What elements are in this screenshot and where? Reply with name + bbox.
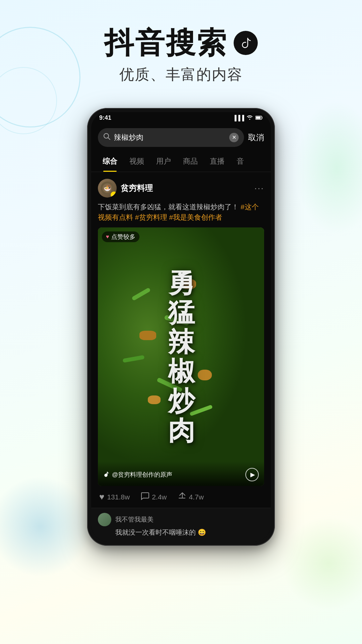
comment-user-row: 我不管我最美 — [98, 513, 264, 526]
food-image: 勇猛辣椒炒肉 — [98, 227, 264, 486]
post-text: 下饭菜到底有多凶猛，就看这道辣椒炒肉了！ #这个视频有点料 #贫穷料理 #我是美… — [98, 202, 264, 223]
like-count: 131.8w — [107, 493, 130, 501]
tab-comprehensive[interactable]: 综合 — [97, 151, 123, 172]
food-background: 勇猛辣椒炒肉 — [98, 227, 264, 486]
user-avatar: 🍜 — [98, 179, 117, 198]
header-section: 抖音搜索 优质、丰富的内容 — [0, 0, 362, 101]
svg-point-6 — [112, 193, 116, 197]
search-cancel-button[interactable]: 取消 — [248, 132, 264, 143]
signal-icon: ▐▐▐ — [233, 115, 244, 121]
status-bar: 9:41 ▐▐▐ — [91, 112, 271, 124]
comment-icon — [140, 491, 149, 502]
video-badge: ♥ 点赞较多 — [102, 231, 139, 242]
content-area: 🍜 贫穷料理 ··· — [91, 172, 271, 508]
svg-rect-1 — [256, 116, 261, 119]
tab-product[interactable]: 商品 — [177, 151, 204, 172]
comment-avatar — [98, 513, 111, 526]
calligraphy-text: 勇猛辣椒炒肉 — [168, 268, 194, 445]
post-header: 🍜 贫穷料理 ··· — [98, 179, 264, 198]
search-icon — [103, 133, 111, 142]
like-button[interactable]: ♥ 131.8w — [99, 492, 130, 502]
user-info: 🍜 贫穷料理 — [98, 179, 153, 198]
verified-badge — [111, 192, 117, 198]
subtitle-text: 优质、丰富的内容 — [0, 65, 362, 85]
search-clear-button[interactable]: ✕ — [229, 133, 239, 142]
main-title: 抖音搜索 — [0, 27, 362, 59]
more-options-button[interactable]: ··· — [254, 183, 264, 194]
comment-count: 2.4w — [152, 493, 167, 501]
like-icon: ♥ — [99, 492, 104, 502]
post-username: 贫穷料理 — [121, 183, 153, 194]
calligraphy-overlay: 勇猛辣椒炒肉 — [98, 227, 264, 486]
video-source-text: @贫穷料理创作的原声 — [112, 471, 172, 479]
video-container[interactable]: ♥ 点赞较多 — [98, 227, 264, 486]
svg-text:🍜: 🍜 — [104, 184, 111, 192]
hashtag-2[interactable]: #贫穷料理 — [135, 213, 167, 221]
tab-video[interactable]: 视频 — [123, 151, 150, 172]
phone-frame: 9:41 ▐▐▐ — [87, 108, 275, 546]
tabs-container: 综合 视频 用户 商品 直播 音 — [91, 151, 271, 172]
search-query-text: 辣椒炒肉 — [114, 132, 226, 143]
comment-button[interactable]: 2.4w — [140, 491, 167, 502]
share-count: 4.7w — [189, 493, 204, 501]
status-icons: ▐▐▐ — [233, 115, 263, 121]
comment-section: 我不管我最美 我就没一次看时不咽唾沫的 😄 — [91, 508, 271, 542]
status-time: 9:41 — [99, 114, 111, 121]
tab-user[interactable]: 用户 — [150, 151, 177, 172]
video-bottom-bar: @贫穷料理创作的原声 ▶ — [98, 461, 264, 486]
share-button[interactable]: 4.7w — [178, 491, 204, 502]
post-main-text: 下饭菜到底有多凶猛，就看这道辣椒炒肉了！ — [98, 203, 239, 211]
tiktok-mini-icon — [103, 471, 109, 479]
phone-wrapper: 9:41 ▐▐▐ — [0, 101, 362, 553]
play-button[interactable]: ▶ — [245, 468, 259, 481]
battery-icon — [255, 115, 263, 121]
interaction-bar: ♥ 131.8w 2.4w — [98, 486, 264, 508]
comment-username: 我不管我最美 — [115, 515, 154, 524]
hashtag-3[interactable]: #我是美食创作者 — [169, 213, 222, 221]
video-source: @贫穷料理创作的原声 — [103, 471, 172, 479]
search-bar-container: 辣椒炒肉 ✕ 取消 — [91, 124, 271, 151]
title-text: 抖音搜索 — [104, 27, 228, 59]
tab-live[interactable]: 直播 — [204, 151, 231, 172]
tab-audio[interactable]: 音 — [231, 151, 250, 172]
heart-badge-icon: ♥ — [106, 234, 109, 240]
tiktok-logo-icon — [234, 31, 258, 55]
share-icon — [178, 491, 186, 502]
video-badge-text: 点赞较多 — [111, 233, 135, 241]
phone-screen: 9:41 ▐▐▐ — [91, 112, 271, 542]
play-icon: ▶ — [250, 471, 255, 478]
wifi-icon — [247, 115, 253, 121]
search-input-box[interactable]: 辣椒炒肉 ✕ — [98, 128, 244, 147]
comment-text: 我就没一次看时不咽唾沫的 😄 — [98, 528, 264, 537]
